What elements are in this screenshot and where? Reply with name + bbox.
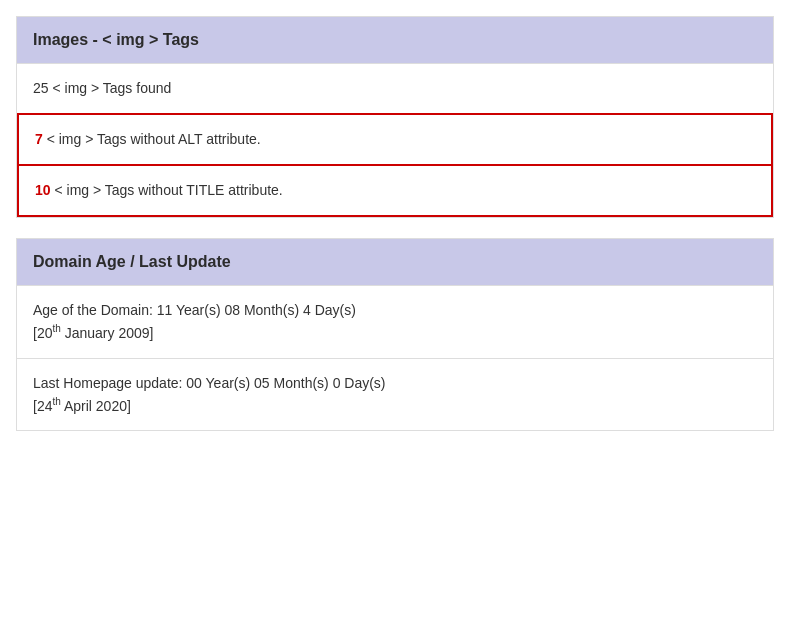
no-alt-text: < img > Tags without ALT attribute. xyxy=(43,131,261,147)
domain-age-section-title: Domain Age / Last Update xyxy=(33,253,231,270)
tags-found-text: 25 < img > Tags found xyxy=(33,80,171,96)
no-title-row: 10 < img > Tags without TITLE attribute. xyxy=(17,164,773,217)
last-update-date-suffix: April 2020] xyxy=(61,397,131,413)
last-update-row: Last Homepage update: 00 Year(s) 05 Mont… xyxy=(17,358,773,431)
last-update-line1: Last Homepage update: 00 Year(s) 05 Mont… xyxy=(33,373,757,394)
no-alt-count: 7 xyxy=(35,131,43,147)
images-section: Images - < img > Tags 25 < img > Tags fo… xyxy=(16,16,774,218)
last-update-date-sup: th xyxy=(52,396,60,407)
no-alt-row: 7 < img > Tags without ALT attribute. xyxy=(17,113,773,166)
domain-age-date-suffix: January 2009] xyxy=(61,325,154,341)
page-wrapper: Images - < img > Tags 25 < img > Tags fo… xyxy=(0,0,790,467)
domain-age-section: Domain Age / Last Update Age of the Doma… xyxy=(16,238,774,431)
domain-age-date-prefix: [20 xyxy=(33,325,52,341)
images-section-header: Images - < img > Tags xyxy=(17,17,773,63)
last-update-date-prefix: [24 xyxy=(33,397,52,413)
images-section-title: Images - < img > Tags xyxy=(33,31,199,48)
no-title-count: 10 xyxy=(35,182,51,198)
tags-found-row: 25 < img > Tags found xyxy=(17,63,773,113)
domain-age-date-sup: th xyxy=(52,323,60,334)
last-update-line2: [24th April 2020] xyxy=(33,394,757,417)
domain-age-section-header: Domain Age / Last Update xyxy=(17,239,773,285)
domain-age-line2: [20th January 2009] xyxy=(33,321,757,344)
no-title-text: < img > Tags without TITLE attribute. xyxy=(51,182,283,198)
domain-age-row: Age of the Domain: 11 Year(s) 08 Month(s… xyxy=(17,285,773,358)
domain-age-line1: Age of the Domain: 11 Year(s) 08 Month(s… xyxy=(33,300,757,321)
